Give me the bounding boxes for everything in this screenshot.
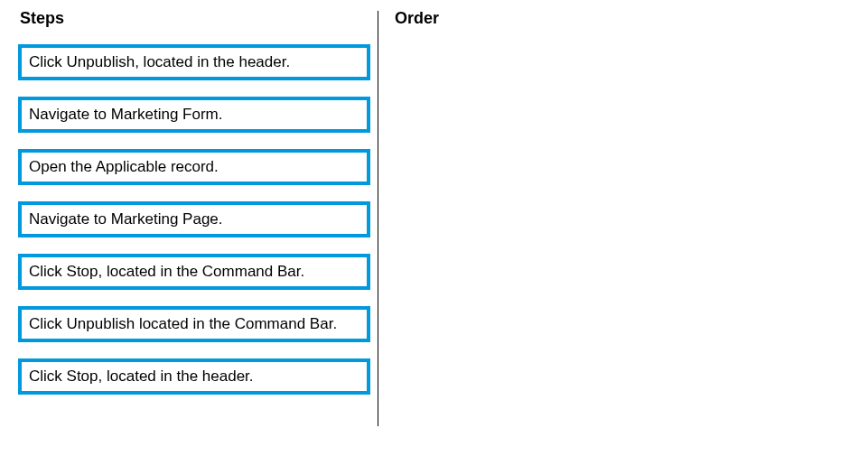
steps-column: Steps Click Unpublish, located in the he… <box>18 9 379 411</box>
step-item[interactable]: Navigate to Marketing Form. <box>18 97 370 133</box>
order-column[interactable]: Order <box>379 9 850 411</box>
column-divider <box>378 11 378 426</box>
step-item[interactable]: Open the Applicable record. <box>18 149 370 185</box>
step-item[interactable]: Click Stop, located in the Command Bar. <box>18 254 370 290</box>
step-item[interactable]: Navigate to Marketing Page. <box>18 201 370 237</box>
main-container: Steps Click Unpublish, located in the he… <box>0 0 868 420</box>
steps-header: Steps <box>20 9 379 28</box>
order-header: Order <box>395 9 850 28</box>
step-item[interactable]: Click Unpublish located in the Command B… <box>18 306 370 342</box>
step-item[interactable]: Click Unpublish, located in the header. <box>18 44 370 80</box>
step-item[interactable]: Click Stop, located in the header. <box>18 358 370 395</box>
